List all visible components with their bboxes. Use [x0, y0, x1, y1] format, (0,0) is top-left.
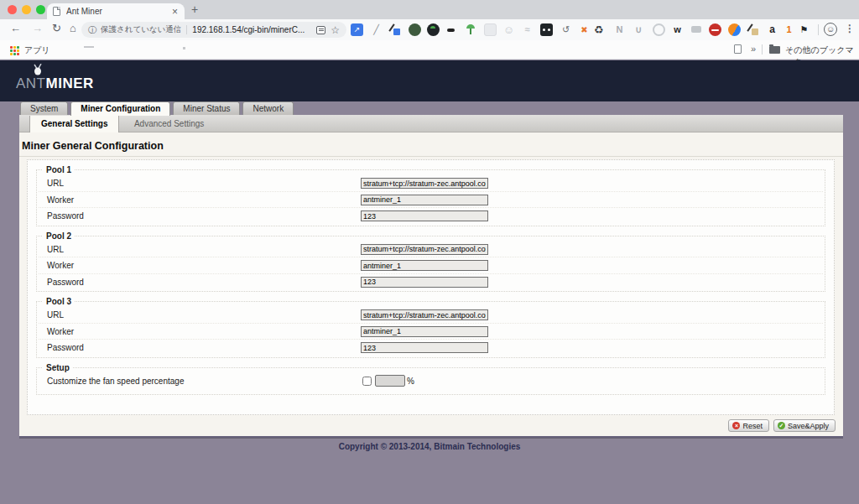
pool3-legend: Pool 3: [43, 297, 75, 306]
fan-speed-checkbox[interactable]: [362, 377, 372, 386]
page-info-icon[interactable]: ⓘ: [88, 24, 96, 36]
copyright-footer: Copyright © 2013-2014, Bitmain Technolog…: [0, 442, 859, 451]
pool3-password-label: Password: [47, 343, 84, 352]
bookmarks-separator: [762, 44, 763, 55]
logo-ant-text: ANT: [16, 75, 46, 91]
reset-button[interactable]: × Reset: [728, 419, 769, 432]
pool2-password-input[interactable]: [361, 277, 488, 288]
reload-icon[interactable]: ↻: [52, 22, 61, 34]
bookmarks-overflow-icon[interactable]: »: [751, 44, 756, 54]
save-apply-button[interactable]: ✓ Save&Apply: [773, 419, 836, 432]
pool3-worker-input[interactable]: [361, 326, 488, 337]
ext-smiley-disabled-icon[interactable]: ☺: [502, 23, 515, 36]
reset-icon: ×: [732, 422, 740, 429]
ext-dash-icon[interactable]: [445, 23, 458, 36]
fan-speed-row: Customize the fan speed percentage %: [39, 373, 823, 390]
fan-speed-input[interactable]: [375, 375, 405, 387]
pool1-url-row: URL: [39, 175, 823, 192]
ext-u-icon[interactable]: ∪: [633, 23, 645, 36]
ext-n-icon[interactable]: N: [613, 23, 626, 36]
pool2-url-row: URL: [39, 242, 823, 258]
window-minimize-button[interactable]: [22, 5, 31, 14]
pool1-url-input[interactable]: [361, 178, 488, 189]
tab-close-icon[interactable]: ×: [171, 7, 179, 17]
pool2-worker-input[interactable]: [361, 260, 488, 271]
browser-tab[interactable]: Ant Miner ×: [47, 3, 185, 19]
percent-sign: %: [407, 377, 414, 386]
save-label: Save&Apply: [788, 422, 829, 430]
ext-recycle-icon[interactable]: ♻: [592, 23, 605, 36]
ext-dark-green-circle-icon[interactable]: [409, 23, 421, 36]
ext-screenshot-icon[interactable]: ↗: [351, 23, 363, 36]
bookmark-page-icon[interactable]: [734, 44, 742, 54]
chrome-menu-icon[interactable]: ⋮: [845, 23, 855, 34]
content-panel: General Settings Advanced Settings Miner…: [19, 115, 843, 438]
pool2-url-label: URL: [47, 245, 64, 254]
ext-pen-icon[interactable]: ╱: [370, 23, 383, 36]
ext-gauge-icon[interactable]: [427, 23, 440, 36]
ext-fox-icon[interactable]: [728, 23, 741, 36]
ext-plant-icon[interactable]: [465, 23, 477, 36]
tab-network[interactable]: Network: [242, 101, 294, 115]
home-icon[interactable]: ⌂: [70, 22, 76, 34]
bookmark-star-icon[interactable]: ☆: [331, 24, 340, 36]
ext-dots-square-icon[interactable]: [540, 23, 553, 36]
pool1-password-input[interactable]: [361, 210, 488, 221]
translate-icon[interactable]: [316, 26, 325, 34]
pool2-url-input[interactable]: [361, 244, 488, 255]
pool3-worker-label: Worker: [47, 327, 74, 336]
ext-image-disabled-icon[interactable]: [484, 23, 497, 36]
blue-square: [393, 29, 400, 35]
window-close-button[interactable]: [8, 5, 17, 14]
forward-icon[interactable]: →: [32, 22, 43, 34]
page-title: Miner General Configuration: [22, 140, 164, 152]
apps-label[interactable]: アプリ: [24, 44, 50, 56]
pool3-fieldset: Pool 3 URL Worker Password: [36, 297, 825, 358]
fan-speed-label: Customize the fan speed percentage: [47, 377, 184, 386]
browser-toolbar: ← → ↻ ⌂ ⓘ 保護されていない通信 192.168.1.54/cgi-bi…: [0, 19, 859, 40]
pool2-password-label: Password: [47, 278, 84, 287]
ext-amazon-icon[interactable]: a: [766, 23, 778, 36]
ext-history-icon[interactable]: ↺: [560, 23, 572, 36]
bookmark-item-dot[interactable]: [183, 47, 185, 49]
ext-eyedropper-tan-icon[interactable]: [747, 23, 760, 36]
setup-fieldset: Setup Customize the fan speed percentage…: [36, 363, 825, 395]
subtab-advanced-settings[interactable]: Advanced Settings: [123, 116, 215, 132]
ext-pin-icon[interactable]: ⚑: [798, 23, 810, 36]
pool3-password-input[interactable]: [361, 342, 488, 353]
tab-miner-configuration[interactable]: Miner Configuration: [70, 101, 170, 116]
dash-shape: [447, 29, 455, 32]
ext-orange-burst-icon[interactable]: ✖: [578, 23, 591, 36]
adblock-bar: [711, 29, 719, 31]
tab-system[interactable]: System: [20, 101, 68, 115]
new-tab-button[interactable]: +: [191, 3, 198, 16]
tab-miner-status[interactable]: Miner Status: [173, 101, 240, 115]
url-text[interactable]: 192.168.1.54/cgi-bin/minerC...: [192, 25, 313, 34]
pool3-password-row: Password: [39, 340, 823, 356]
bookmark-item-unnamed[interactable]: [84, 46, 94, 48]
profile-avatar[interactable]: ☺: [824, 23, 837, 36]
bookmarks-bar: アプリ » その他のブックマーク: [0, 40, 859, 60]
ext-waves-disabled-icon[interactable]: ≈: [521, 23, 534, 36]
plant-leaf: [466, 24, 475, 29]
configuration-card: Pool 1 URL Worker Password Pool 2 URL Wo…: [27, 159, 835, 415]
back-icon[interactable]: ←: [10, 22, 21, 34]
other-bookmarks-folder-icon[interactable]: [769, 46, 780, 54]
ext-badge-one-icon[interactable]: 1: [783, 23, 795, 36]
pool3-url-input[interactable]: [361, 309, 488, 320]
pool1-password-label: Password: [47, 211, 84, 221]
ext-circle-disabled-icon[interactable]: [653, 23, 665, 36]
window-zoom-button[interactable]: [36, 5, 45, 14]
apps-grid-icon[interactable]: [10, 46, 13, 49]
ext-adblock-icon[interactable]: [709, 23, 721, 36]
address-bar[interactable]: ⓘ 保護されていない通信 192.168.1.54/cgi-bin/minerC…: [81, 22, 346, 38]
ext-eyedropper-blue-icon[interactable]: [389, 23, 402, 36]
ext-speech-bubble-icon[interactable]: [690, 23, 703, 36]
pool1-worker-row: Worker: [39, 192, 823, 209]
pool1-worker-input[interactable]: [361, 195, 488, 205]
ext-wikipedia-icon[interactable]: w: [671, 23, 684, 36]
pool2-worker-label: Worker: [47, 261, 74, 270]
pool3-url-row: URL: [39, 307, 823, 324]
subtab-general-settings[interactable]: General Settings: [29, 116, 119, 132]
page-favicon: [53, 7, 60, 16]
